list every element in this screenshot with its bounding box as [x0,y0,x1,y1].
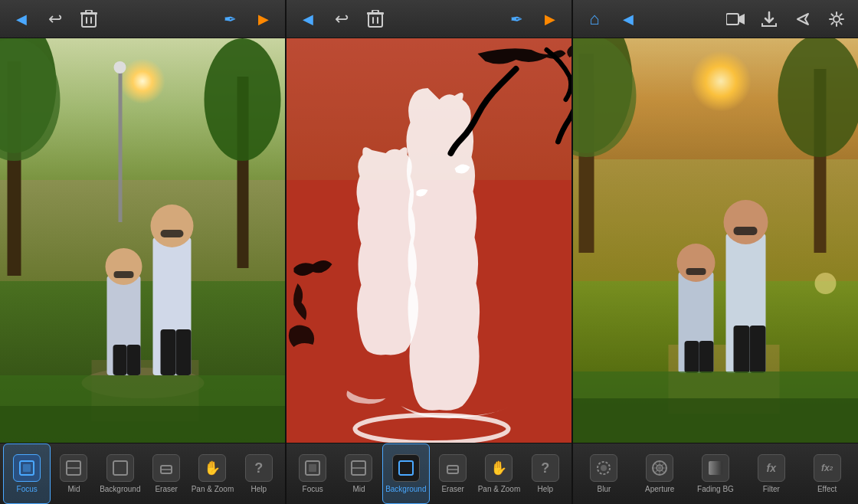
panels-container: ◀ ↩ ✒ ▶ [0,0,858,504]
tool-pan-zoom-middle[interactable]: ✋ Pan & Zoom [476,443,522,504]
tool-label-focus-left: Focus [17,485,38,493]
tool-mid-left[interactable]: Mid [51,443,97,504]
forward-button-middle[interactable]: ▶ [536,5,564,33]
video-button-right[interactable] [722,5,749,33]
fading-bg-icon-right [702,454,729,482]
back-button-middle[interactable]: ◀ [294,5,322,33]
back-button-left[interactable]: ◀ [8,5,35,33]
tool-label-mid-middle: Mid [352,485,365,493]
tool-background-left[interactable]: Background [97,443,143,504]
right-mid [573,159,858,280]
svg-rect-37 [372,10,378,13]
tool-pan-zoom-left[interactable]: ✋ Pan & Zoom [189,443,235,504]
svg-rect-4 [86,10,92,13]
svg-rect-35 [377,17,378,24]
back-button-right[interactable]: ◀ [614,5,642,33]
delete-button-left[interactable] [75,5,103,33]
tool-label-aperture-right: Aperture [645,485,674,493]
tool-label-fx-right: Filter [763,485,780,493]
tool-focus-left[interactable]: Focus [3,443,51,504]
left-bottom-toolbar: Focus Mid Background Eraser [0,443,285,504]
right-sun [690,51,752,112]
tool-mid-middle[interactable]: Mid [336,443,382,504]
left-toolbar-left: ◀ ↩ [8,5,103,33]
tool-fx2-right[interactable]: fx2 Effect [799,443,855,504]
left-toolbar: ◀ ↩ ✒ ▶ [0,0,285,38]
right-bottom-toolbar: Blur Aperture [573,443,858,504]
tool-help-middle[interactable]: ? Help [522,443,568,504]
undo-button-left[interactable]: ↩ [41,5,69,33]
svg-point-48 [833,16,840,22]
eraser-icon-middle [439,454,467,482]
tool-label-background-middle: Background [385,485,426,493]
tool-label-eraser-middle: Eraser [441,485,463,493]
home-button-right[interactable]: ⌂ [581,5,608,33]
help-icon-left: ? [245,454,273,482]
tool-label-mid-left: Mid [67,485,80,493]
tool-blur-right[interactable]: Blur [576,443,632,504]
right-toolbar: ⌂ ◀ [573,0,858,38]
pen-button-middle[interactable]: ✒ [503,5,530,33]
help-icon-middle: ? [532,454,559,482]
right-toolbar-left: ⌂ ◀ [581,5,642,33]
background-icon-middle [392,454,420,482]
mid-icon-left [60,454,87,482]
middle-sky [287,38,571,180]
tool-fx-right[interactable]: fx Filter [743,443,799,504]
tool-label-help-left: Help [251,485,267,493]
svg-rect-34 [372,17,374,24]
tool-focus-middle[interactable]: Focus [290,443,336,504]
svg-rect-47 [726,14,738,25]
settings-button-right[interactable] [823,5,850,33]
focus-icon-left [13,454,41,482]
tool-label-eraser-left: Eraser [155,485,177,493]
middle-image-area [287,38,571,443]
blur-icon-right [590,454,617,482]
left-mid [0,180,285,281]
pan-zoom-icon-middle: ✋ [485,454,513,482]
right-ground [573,281,858,443]
svg-point-70 [601,465,607,471]
tool-eraser-left[interactable]: Eraser [143,443,189,504]
tool-label-fading-bg-right: Fading BG [697,485,734,493]
tool-label-pan-zoom-middle: Pan & Zoom [478,485,521,493]
tool-background-middle[interactable]: Background [382,443,430,504]
mid-icon-middle [345,454,372,482]
background-icon-left [106,454,134,482]
svg-rect-41 [309,464,316,472]
left-ground [0,281,285,443]
middle-bottom-toolbar: Focus Mid Background Eraser [287,443,571,504]
tool-aperture-right[interactable]: Aperture [632,443,688,504]
forward-button-left[interactable]: ▶ [250,5,277,33]
tool-label-blur-right: Blur [598,485,611,493]
download-button-right[interactable] [755,5,783,33]
left-toolbar-right: ✒ ▶ [216,5,277,33]
tool-label-pan-zoom-left: Pan & Zoom [192,485,234,493]
eraser-icon-left [152,454,180,482]
tool-fading-bg-right[interactable]: Fading BG [688,443,744,504]
undo-button-middle[interactable]: ↩ [328,5,355,33]
middle-panel: ◀ ↩ ✒ ▶ [287,0,573,504]
pan-zoom-icon-left: ✋ [198,454,226,482]
share-button-right[interactable] [789,5,817,33]
tool-label-help-middle: Help [538,485,554,493]
svg-rect-33 [368,14,382,27]
delete-button-middle[interactable] [362,5,389,33]
tool-label-background-left: Background [100,485,140,493]
right-image-area [573,38,858,443]
left-panel: ◀ ↩ ✒ ▶ [0,0,287,504]
tool-help-left[interactable]: ? Help [236,443,282,504]
pen-button-left[interactable]: ✒ [216,5,244,33]
tool-eraser-middle[interactable]: Eraser [430,443,476,504]
right-toolbar-right [722,5,850,33]
fx-icon-right: fx [758,454,785,482]
tool-label-fx2-right: Effect [817,485,837,493]
svg-rect-1 [86,17,87,24]
middle-toolbar-left: ◀ ↩ [294,5,389,33]
fx2-icon-right: fx2 [814,454,841,482]
svg-rect-27 [23,464,31,472]
tool-label-focus-middle: Focus [303,485,323,493]
svg-rect-73 [709,461,722,475]
svg-rect-44 [399,461,413,475]
svg-rect-0 [82,14,96,27]
